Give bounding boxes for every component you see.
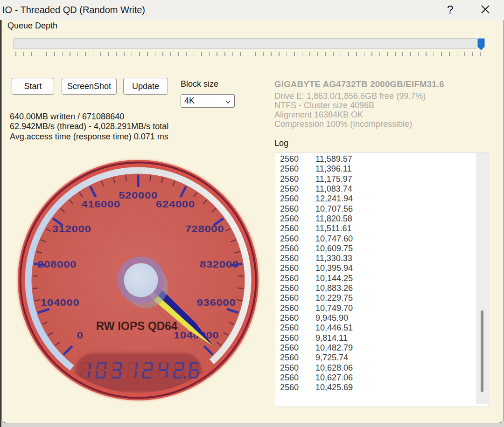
svg-text:312000: 312000	[52, 224, 91, 234]
svg-text:832000: 832000	[200, 259, 239, 269]
svg-text:728000: 728000	[185, 224, 224, 234]
svg-text:416000: 416000	[81, 199, 120, 209]
svg-text:520000: 520000	[119, 190, 158, 200]
svg-text:936000: 936000	[197, 297, 236, 308]
svg-text:208000: 208000	[37, 259, 77, 269]
svg-text:624000: 624000	[156, 199, 195, 209]
svg-text:0: 0	[77, 330, 84, 340]
svg-text:104000: 104000	[41, 297, 80, 308]
svg-text:RW IOPS QD64: RW IOPS QD64	[96, 319, 178, 332]
